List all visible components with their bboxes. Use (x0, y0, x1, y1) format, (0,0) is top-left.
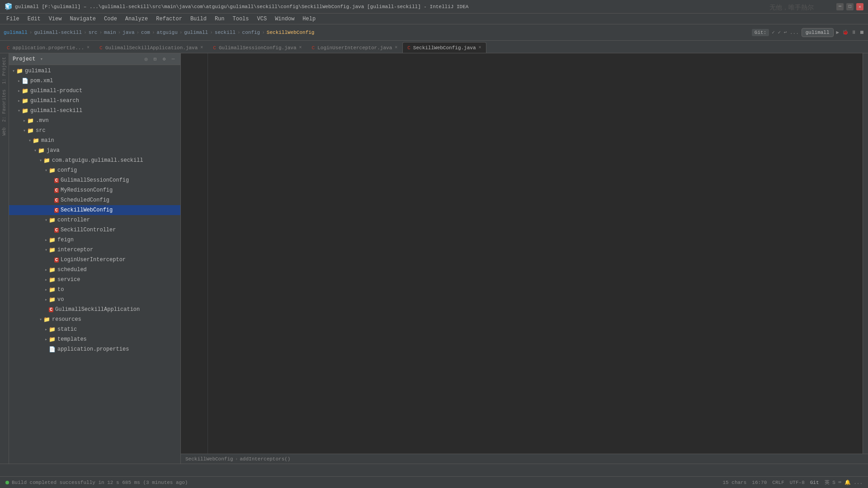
tree-arrow-2[interactable]: ▸ (16, 88, 22, 94)
tree-item-10[interactable]: ▾📁config (9, 165, 180, 175)
menu-item-analyze[interactable]: Analyze (122, 15, 151, 23)
tree-label-23: vo (57, 296, 64, 303)
tree-settings-icon[interactable]: ⚙ (160, 56, 168, 63)
tree-arrow-10[interactable]: ▾ (43, 168, 49, 173)
tree-arrow-25[interactable]: ▾ (38, 317, 43, 322)
tree-arrow-5[interactable]: ▸ (22, 118, 27, 123)
tree-arrow-7[interactable]: ▾ (27, 138, 33, 143)
tree-item-28[interactable]: 📄application.properties (9, 344, 180, 354)
tree-arrow-26[interactable]: ▸ (43, 327, 49, 332)
menu-item-tools[interactable]: Tools (229, 15, 253, 23)
menu-item-view[interactable]: View (45, 15, 66, 23)
tree-item-22[interactable]: ▸📁to (9, 285, 180, 295)
file-tab-close-1[interactable]: × (200, 45, 203, 50)
menu-item-vcs[interactable]: VCS (254, 15, 271, 23)
status-chars: 15 chars (723, 480, 747, 485)
tree-item-17[interactable]: ▸📁feign (9, 235, 180, 245)
tree-item-23[interactable]: ▸📁vo (9, 295, 180, 305)
tree-item-14[interactable]: CSeckillWebConfig (9, 205, 180, 215)
title-bar-controls[interactable]: ─ □ ✕ (836, 3, 863, 10)
file-tab-3[interactable]: CLoginUserInterceptor.java× (307, 42, 403, 53)
menu-item-build[interactable]: Build (187, 15, 210, 23)
tree-arrow-3[interactable]: ▸ (16, 98, 22, 103)
tree-item-16[interactable]: CSeckillController (9, 225, 180, 235)
file-tab-4[interactable]: CSeckillWebConfig.java× (402, 42, 486, 53)
tree-item-26[interactable]: ▸📁static (9, 324, 180, 334)
tree-item-0[interactable]: ▾📁gulimall (9, 66, 180, 76)
git-button[interactable]: Git: (752, 29, 769, 36)
tree-locate-icon[interactable]: ◎ (142, 56, 150, 63)
menu-item-file[interactable]: File (3, 15, 23, 23)
toolbar-breadcrumb: gulimall › gulimall-seckill › src › main… (4, 30, 314, 35)
tree-arrow-15[interactable]: ▾ (43, 217, 49, 223)
tree-item-6[interactable]: ▾📁src (9, 126, 180, 136)
tree-item-9[interactable]: ▾📁com.atguigu.gulimall.seckill (9, 155, 180, 165)
file-tab-2[interactable]: CGulimallSessionConfig.java× (208, 42, 307, 53)
tree-item-19[interactable]: CLoginUserInterceptor (9, 255, 180, 265)
tree-item-12[interactable]: CMyRedissonConfig (9, 185, 180, 195)
tree-item-4[interactable]: ▾📁gulimall-seckill (9, 106, 180, 116)
tree-item-3[interactable]: ▸📁gulimall-search (9, 96, 180, 106)
tree-arrow-9[interactable]: ▾ (38, 158, 43, 163)
menu-item-refactor[interactable]: Refactor (152, 15, 186, 23)
tree-icon-19: C (54, 258, 59, 263)
tree-item-24[interactable]: CGulimallSeckillApplication (9, 305, 180, 314)
tree-icon-22: 📁 (49, 286, 56, 293)
code-area[interactable] (208, 53, 863, 454)
menu-item-edit[interactable]: Edit (24, 15, 44, 23)
tree-item-25[interactable]: ▾📁resources (9, 314, 180, 324)
menu-item-run[interactable]: Run (211, 15, 228, 23)
tree-arrow-0[interactable]: ▾ (11, 68, 16, 74)
tree-item-21[interactable]: ▸📁service (9, 275, 180, 285)
tree-item-11[interactable]: CGulimallSessionConfig (9, 175, 180, 185)
tree-arrow-18[interactable]: ▾ (43, 247, 49, 253)
tree-arrow-1[interactable]: ▸ (16, 78, 22, 84)
tree-arrow-6[interactable]: ▾ (22, 128, 27, 133)
project-tree-dropdown[interactable]: ▾ (40, 56, 43, 62)
vlabel-web[interactable]: Web (1, 126, 8, 137)
tree-collapse-icon[interactable]: ⊟ (151, 56, 159, 63)
tree-label-4: gulimall-seckill (30, 108, 82, 114)
run-icons: ▶ 🐞 ⏸ ⏹ (836, 29, 864, 35)
tree-arrow-22[interactable]: ▸ (43, 287, 49, 292)
tree-item-2[interactable]: ▸📁gulimall-product (9, 86, 180, 96)
file-tab-close-0[interactable]: × (87, 45, 90, 50)
tree-item-1[interactable]: ▸📄pom.xml (9, 76, 180, 86)
breadcrumb-gulimall[interactable]: gulimall (4, 30, 28, 35)
close-button[interactable]: ✕ (856, 3, 863, 10)
tree-item-18[interactable]: ▾📁interceptor (9, 245, 180, 255)
tree-arrow-20[interactable]: ▸ (43, 267, 49, 272)
tree-icon-9: 📁 (43, 157, 50, 164)
tree-item-5[interactable]: ▸📁.mvn (9, 116, 180, 126)
file-tab-close-3[interactable]: × (395, 45, 397, 50)
tree-arrow-4[interactable]: ▾ (16, 108, 22, 113)
tree-label-24: GulimallSeckillApplication (55, 306, 140, 313)
minimize-button[interactable]: ─ (836, 3, 844, 10)
maximize-button[interactable]: □ (846, 3, 854, 10)
tree-item-20[interactable]: ▸📁scheduled (9, 265, 180, 275)
run-config-selector[interactable]: gulimall (802, 28, 834, 37)
breadcrumb-seckill[interactable]: gulimall-seckill (34, 30, 82, 35)
tree-hide-icon[interactable]: ─ (170, 56, 177, 63)
file-tab-1[interactable]: CGulimallSeckillApplication.java× (94, 42, 208, 53)
file-tab-0[interactable]: Capplication.propertie...× (2, 42, 94, 53)
file-tab-close-2[interactable]: × (299, 45, 302, 50)
tree-arrow-27[interactable]: ▸ (43, 337, 49, 342)
tree-item-15[interactable]: ▾📁controller (9, 215, 180, 225)
menu-item-code[interactable]: Code (100, 15, 121, 23)
vlabel-project[interactable]: 1: Project (1, 55, 8, 86)
file-tab-close-4[interactable]: × (478, 45, 481, 50)
tree-item-8[interactable]: ▾📁java (9, 145, 180, 155)
tree-header-icons: ◎ ⊟ ⚙ ─ (142, 56, 177, 63)
tree-arrow-23[interactable]: ▸ (43, 297, 49, 302)
tree-arrow-21[interactable]: ▸ (43, 277, 49, 282)
vlabel-fav[interactable]: 2: Favorites (1, 88, 8, 124)
tree-arrow-8[interactable]: ▾ (33, 148, 38, 153)
menu-item-help[interactable]: Help (299, 15, 319, 23)
tree-item-13[interactable]: CScheduledConfig (9, 195, 180, 205)
tree-item-7[interactable]: ▾📁main (9, 136, 180, 145)
menu-item-window[interactable]: Window (271, 15, 298, 23)
tree-item-27[interactable]: ▸📁templates (9, 334, 180, 344)
tree-arrow-17[interactable]: ▸ (43, 237, 49, 243)
menu-item-navigate[interactable]: Navigate (66, 15, 99, 23)
